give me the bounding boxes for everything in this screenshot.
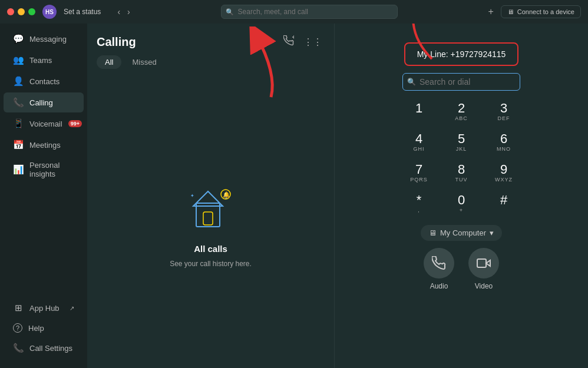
sidebar-item-app-hub[interactable]: ⊞ App Hub ↗ [4, 298, 84, 318]
empty-illustration: ✦ ✦ 🔔 [179, 177, 243, 238]
call-actions: Audio Video [424, 248, 499, 290]
connect-device-button[interactable]: 🖥 Connect to a device [501, 5, 581, 18]
sidebar-label-teams: Teams [29, 56, 52, 65]
call-header: Calling ⋮⋮ [87, 24, 334, 55]
video-call-button[interactable]: Video [468, 248, 499, 290]
app-hub-icon: ⊞ [13, 303, 24, 313]
dial-key-7[interactable]: 7 PQRS [401, 159, 437, 187]
sidebar-label-calling: Calling [29, 98, 53, 107]
traffic-lights [7, 8, 35, 15]
sidebar-label-voicemail: Voicemail [29, 120, 62, 128]
monitor-icon: 🖥 [507, 8, 514, 15]
sidebar-label-app-hub: App Hub [29, 304, 60, 313]
nav-arrows: ‹ › [115, 6, 132, 18]
svg-marker-10 [486, 260, 490, 266]
more-options-button[interactable]: ⋮⋮ [301, 34, 325, 50]
call-header-icons: ⋮⋮ [281, 33, 325, 51]
calling-icon: 📞 [13, 97, 24, 108]
sidebar-label-call-settings: Call Settings [29, 344, 72, 353]
svg-rect-11 [477, 259, 486, 267]
svg-marker-3 [193, 191, 223, 206]
sidebar-item-help[interactable]: ? Help [4, 319, 84, 337]
titlebar: HS Set a status ‹ › 🔍 + 🖥 Connect to a d… [0, 0, 588, 24]
sidebar-label-help: Help [28, 324, 44, 333]
voicemail-icon: 📱 [13, 118, 24, 129]
sidebar-label-contacts: Contacts [29, 77, 60, 86]
dial-key-hash[interactable]: # [486, 190, 521, 218]
status-label[interactable]: Set a status [64, 8, 101, 16]
monitor-icon: 🖥 [429, 228, 437, 237]
main-layout: 💬 Messaging 👥 Teams 👤 Contacts 📞 Calling… [0, 24, 588, 368]
forward-arrow[interactable]: › [125, 6, 133, 18]
device-selector[interactable]: 🖥 My Computer ▾ [421, 225, 502, 241]
sidebar-item-meetings[interactable]: 📅 Meetings [4, 135, 84, 155]
minimize-button[interactable] [18, 8, 25, 15]
avatar[interactable]: HS [42, 5, 57, 19]
personal-insights-icon: 📊 [13, 164, 24, 175]
empty-state-subtitle: See your call history here. [170, 260, 252, 268]
content-area: Calling ⋮⋮ All Missed [87, 24, 588, 368]
empty-state: ✦ ✦ 🔔 All calls See your call history he… [87, 76, 334, 368]
device-label: My Computer [440, 228, 486, 237]
chevron-down-icon: ▾ [490, 228, 494, 237]
call-tabs: All Missed [87, 55, 334, 76]
dialpad: 1 2 ABC 3 DEF 4 GHI 5 JKL [401, 98, 521, 218]
dial-key-5[interactable]: 5 JKL [444, 128, 479, 157]
audio-label: Audio [430, 282, 448, 290]
svg-text:✦: ✦ [190, 193, 194, 198]
dial-key-6[interactable]: 6 MNO [486, 128, 521, 157]
dial-key-8[interactable]: 8 TUV [444, 159, 479, 187]
sidebar-item-contacts[interactable]: 👤 Contacts [4, 71, 84, 91]
video-call-circle [468, 248, 499, 279]
tab-all[interactable]: All [97, 55, 121, 69]
video-label: Video [475, 282, 493, 290]
dial-search-icon: 🔍 [407, 78, 416, 86]
dial-search-input[interactable] [402, 73, 520, 91]
dial-panel: My Line: +19727924115 🔍 1 2 ABC 3 DEF [335, 24, 588, 368]
dial-key-1[interactable]: 1 [401, 98, 437, 126]
close-button[interactable] [7, 8, 14, 15]
sidebar-item-voicemail[interactable]: 📱 Voicemail 99+ [4, 114, 84, 134]
search-icon: 🔍 [226, 8, 234, 16]
audio-call-button[interactable]: Audio [424, 248, 454, 290]
my-line-box: My Line: +19727924115 [404, 42, 519, 66]
sidebar-label-messaging: Messaging [29, 35, 67, 44]
external-link-icon: ↗ [70, 305, 74, 311]
search-input[interactable] [221, 5, 398, 19]
tab-missed[interactable]: Missed [124, 55, 164, 69]
contacts-icon: 👤 [13, 76, 24, 87]
sidebar-item-call-settings[interactable]: 📞 Call Settings [4, 338, 84, 358]
dial-key-3[interactable]: 3 DEF [486, 98, 521, 126]
help-icon: ? [13, 323, 22, 333]
meetings-icon: 📅 [13, 140, 24, 150]
sidebar-item-calling[interactable]: 📞 Calling [4, 92, 84, 112]
sidebar-label-personal-insights: Personal insights [29, 161, 74, 178]
call-settings-icon: 📞 [13, 343, 24, 353]
svg-rect-4 [203, 212, 213, 225]
new-tab-button[interactable]: + [485, 6, 495, 17]
sidebar-item-messaging[interactable]: 💬 Messaging [4, 29, 84, 49]
search-bar: 🔍 [221, 5, 398, 19]
sidebar-item-personal-insights[interactable]: 📊 Personal insights [4, 156, 84, 183]
sidebar: 💬 Messaging 👥 Teams 👤 Contacts 📞 Calling… [0, 24, 87, 368]
sidebar-bottom: ⊞ App Hub ↗ ? Help 📞 Call Settings [0, 297, 87, 363]
teams-icon: 👥 [13, 55, 24, 65]
sidebar-item-teams[interactable]: 👥 Teams [4, 50, 84, 70]
make-call-button[interactable] [281, 33, 296, 51]
voicemail-badge: 99+ [68, 120, 82, 127]
audio-call-circle [424, 248, 454, 279]
dial-key-star[interactable]: * , [401, 190, 437, 218]
svg-text:🔔: 🔔 [223, 191, 230, 198]
maximize-button[interactable] [28, 8, 35, 15]
dial-key-4[interactable]: 4 GHI [401, 128, 437, 157]
call-panel-title: Calling [97, 35, 136, 49]
dial-key-9[interactable]: 9 WXYZ [486, 159, 521, 187]
empty-state-title: All calls [194, 244, 227, 254]
call-panel: Calling ⋮⋮ All Missed [87, 24, 335, 368]
dial-search: 🔍 [402, 73, 520, 91]
sidebar-label-meetings: Meetings [29, 141, 61, 150]
messaging-icon: 💬 [13, 34, 24, 44]
back-arrow[interactable]: ‹ [115, 6, 123, 18]
dial-key-0[interactable]: 0 + [444, 190, 479, 218]
dial-key-2[interactable]: 2 ABC [444, 98, 479, 126]
